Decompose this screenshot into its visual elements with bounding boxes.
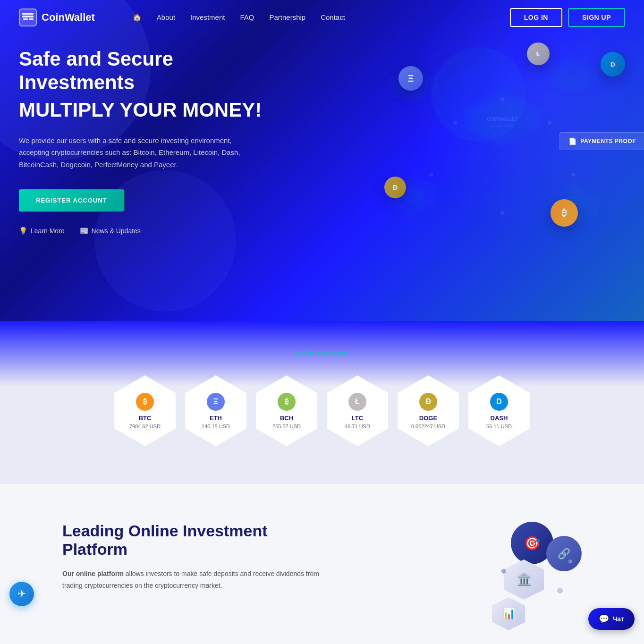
- about-title: Leading Online Investment Platform: [62, 522, 330, 559]
- coin-symbol: BCH: [280, 415, 293, 422]
- chat-button[interactable]: 💬 Чат: [588, 608, 635, 630]
- coin-symbol: DOGE: [419, 415, 437, 422]
- live-prices-label: LIVE PRICES: [19, 349, 625, 356]
- svg-rect-2: [23, 18, 28, 20]
- price-card-eth: Ξ ETH 140.18 USD: [185, 375, 246, 446]
- about-illustration: 🎯 🔗 🏛️ 📊: [358, 522, 582, 626]
- coin-doge: Ð: [384, 177, 406, 198]
- hero-illustration: COINWALLET ECOSYSTEM: [361, 28, 644, 283]
- svg-text:COINWALLET: COINWALLET: [487, 117, 518, 122]
- about-text: Leading Online Investment Platform Our o…: [62, 522, 330, 592]
- svg-point-39: [500, 97, 504, 101]
- svg-rect-1: [22, 16, 34, 17]
- coin-symbol: ETH: [210, 415, 222, 422]
- hero-description: We provide our users with a safe and sec…: [19, 135, 246, 171]
- svg-rect-3: [29, 18, 34, 20]
- news-updates-link[interactable]: 📰 News & Updates: [80, 227, 141, 235]
- logo-icon: [19, 8, 37, 26]
- svg-point-40: [500, 211, 504, 214]
- nav-partnership[interactable]: Partnership: [269, 13, 305, 21]
- telegram-button[interactable]: ✈: [9, 582, 34, 606]
- navigation: CoinWallet 🏠 About Investment FAQ Partne…: [0, 0, 644, 35]
- nav-about[interactable]: About: [157, 13, 175, 21]
- prices-grid: ₿ BTC 7984.62 USD Ξ ETH 140.18 USD ₿ BCH…: [86, 375, 558, 446]
- svg-line-12: [432, 156, 502, 179]
- svg-point-37: [430, 173, 433, 177]
- coin-price: 255.57 USD: [272, 424, 301, 429]
- register-button[interactable]: REGISTER ACCOUNT: [19, 189, 124, 212]
- coin-symbol: DASH: [491, 415, 508, 422]
- about-section: Leading Online Investment Platform Our o…: [0, 484, 644, 644]
- price-card-bch: ₿ BCH 255.57 USD: [256, 375, 317, 446]
- coin-eth: Ξ: [398, 66, 423, 91]
- coin-icon-doge: Ð: [419, 393, 437, 411]
- svg-point-35: [453, 121, 457, 125]
- svg-point-36: [548, 121, 551, 125]
- login-button[interactable]: LOG IN: [510, 8, 562, 27]
- price-card-dash: D DASH 56.11 USD: [468, 375, 530, 446]
- coin-icon-dash: D: [490, 393, 508, 411]
- signup-button[interactable]: SIGN UP: [568, 8, 625, 27]
- svg-point-38: [571, 173, 575, 177]
- nav-home[interactable]: 🏠: [133, 13, 142, 21]
- building-icon: 🏛️: [504, 559, 544, 600]
- coin-icon-btc: ₿: [136, 393, 154, 411]
- telegram-icon: ✈: [17, 588, 26, 600]
- coin-price: 140.18 USD: [202, 424, 230, 429]
- coin-dash: D: [601, 52, 625, 76]
- coin-symbol: LTC: [352, 415, 363, 422]
- hero-title-line2: MULTIPLY YOUR MONEY!: [19, 99, 293, 121]
- coin-icon-ltc: Ł: [348, 393, 366, 411]
- coin-btc: ₿: [551, 199, 578, 227]
- bulb-icon: 💡: [19, 227, 28, 235]
- nav-buttons: LOG IN SIGN UP: [510, 8, 625, 27]
- coin-symbol: BTC: [139, 415, 152, 422]
- coin-price: 56.11 USD: [486, 424, 512, 429]
- payments-proof-badge[interactable]: 📄 PAYMENTS PROOF: [559, 132, 644, 150]
- coin-price: 0.002247 USD: [411, 424, 445, 429]
- hero-links: 💡 Learn More 📰 News & Updates: [19, 227, 293, 235]
- price-card-doge: Ð DOGE 0.002247 USD: [398, 375, 459, 446]
- price-card-btc: ₿ BTC 7984.62 USD: [114, 375, 176, 446]
- price-card-ltc: Ł LTC 46.71 USD: [327, 375, 388, 446]
- news-icon: 📰: [80, 227, 89, 235]
- svg-text:ECOSYSTEM: ECOSYSTEM: [491, 124, 515, 128]
- about-description: Our online platform allows investors to …: [62, 568, 330, 592]
- coin-price: 7984.62 USD: [129, 424, 161, 429]
- document-icon: 📄: [568, 137, 577, 145]
- logo[interactable]: CoinWallet: [19, 8, 95, 26]
- chart-icon: 📊: [492, 597, 525, 630]
- nav-contact[interactable]: Contact: [321, 13, 345, 21]
- learn-more-link[interactable]: 💡 Learn More: [19, 227, 65, 235]
- svg-line-13: [502, 156, 573, 179]
- chat-icon: 💬: [599, 614, 609, 624]
- coin-ltc: Ł: [527, 42, 550, 65]
- network-icon: 🔗: [546, 536, 582, 571]
- hero-section: Safe and Secure Investments MULTIPLY YOU…: [0, 0, 644, 321]
- hero-title-line1: Safe and Secure Investments: [19, 47, 293, 95]
- coin-price: 46.71 USD: [345, 424, 370, 429]
- nav-links: 🏠 About Investment FAQ Partnership Conta…: [133, 13, 345, 22]
- nav-investment[interactable]: Investment: [190, 13, 225, 21]
- live-prices-section: LIVE PRICES ₿ BTC 7984.62 USD Ξ ETH 140.…: [0, 321, 644, 484]
- coin-icon-bch: ₿: [278, 393, 296, 411]
- coin-icon-eth: Ξ: [207, 393, 225, 411]
- svg-rect-0: [22, 13, 34, 15]
- nav-faq[interactable]: FAQ: [240, 13, 254, 21]
- hero-content: Safe and Secure Investments MULTIPLY YOU…: [19, 47, 293, 235]
